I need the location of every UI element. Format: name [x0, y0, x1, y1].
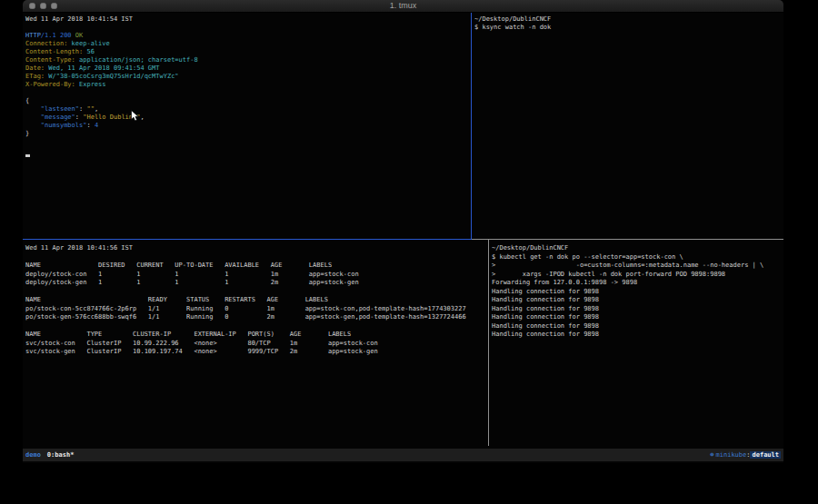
text-segment: Connection: — [25, 40, 67, 47]
pane-divider-horizontal[interactable] — [472, 239, 783, 240]
terminal-line: } — [25, 130, 473, 138]
terminal-line: X-Powered-By: Express — [25, 81, 473, 89]
text-segment: } — [25, 130, 29, 137]
terminal-line — [25, 253, 490, 262]
session-name[interactable]: demo — [25, 451, 41, 459]
terminal-line: Handling connection for 9898 — [492, 288, 783, 297]
text-segment: "numsymbols" — [41, 122, 87, 129]
terminal-line: ETag: W/"38-05coCsrg3mQ75sHr1d/qcMTwYZc" — [25, 73, 473, 81]
text-segment: "" — [86, 105, 94, 113]
text-segment: HTTP — [25, 32, 41, 39]
window-tab-bash[interactable]: 0:bash* — [47, 451, 75, 459]
terminal-line: Forwarding from 127.0.0.1:9898 -> 9898 — [492, 279, 783, 288]
zoom-button[interactable] — [51, 3, 57, 9]
terminal-line: Content-Length: 56 — [25, 48, 473, 56]
terminal-line: $ ksync watch -n dok — [474, 24, 783, 32]
tmux-status-bar: demo0:bash* ☸minikube:default — [23, 449, 783, 461]
minimize-button[interactable] — [40, 3, 46, 9]
text-segment: Express — [79, 81, 106, 88]
text-segment: Handling connection for 9898 — [492, 305, 599, 312]
terminal-line: > -o=custom-columns=:metadata.name --no-… — [492, 262, 783, 271]
terminal-line: $ kubectl get -n dok po --selector=app=s… — [492, 253, 783, 262]
terminal-line: NAME READY STATUS RESTARTS AGE LABELS — [25, 296, 490, 305]
kube-namespace: default — [750, 451, 781, 459]
text-segment: svc/stock-con ClusterIP 10.99.222.96 <no… — [25, 340, 378, 347]
terminal-line: deploy/stock-gen 1 1 1 1 2m app=stock-ge… — [25, 279, 490, 288]
pane-http-response[interactable]: Wed 11 Apr 2018 10:41:54 IST HTTP/1.1 20… — [23, 13, 473, 240]
text-segment: 56 — [86, 48, 94, 55]
text-segment: Handling connection for 9898 — [492, 331, 599, 338]
terminal-line — [25, 138, 473, 146]
text-segment: OK — [75, 32, 83, 39]
text-segment: po/stock-gen-576cc688bb-swqf6 1/1 Runnin… — [25, 313, 466, 321]
text-segment: Handling connection for 9898 — [492, 322, 599, 330]
terminal-line: NAME DESIRED CURRENT UP-TO-DATE AVAILABL… — [25, 262, 490, 271]
text-segment: Wed 11 Apr 2018 10:41:56 IST — [25, 244, 133, 252]
terminal-line: NAME TYPE CLUSTER-IP EXTERNAL-IP PORT(S)… — [25, 331, 490, 340]
text-segment — [25, 114, 41, 121]
text-segment: Forwarding from 127.0.0.1:9898 -> 9898 — [492, 279, 637, 286]
terminal-line: svc/stock-con ClusterIP 10.99.222.96 <no… — [25, 340, 490, 349]
terminal-line: "lastseen": "", — [25, 105, 473, 114]
text-segment: Date: — [25, 64, 45, 72]
text-segment: Content-Type: — [25, 56, 75, 64]
text-segment: $ kubectl get -n dok po --selector=app=s… — [492, 253, 683, 261]
text-segment: "lastseen" — [41, 105, 79, 113]
window-title: 1. tmux — [23, 0, 783, 12]
pane-divider-vertical-active[interactable] — [471, 13, 472, 239]
pane-ksync-watch[interactable]: ~/Desktop/DublinCNCF$ ksync watch -n dok — [472, 13, 783, 240]
text-segment: : — [75, 114, 83, 121]
text-segment: { — [25, 97, 29, 104]
text-segment: Handling connection for 9898 — [492, 296, 599, 303]
terminal-line — [25, 288, 490, 297]
pane-divider-horizontal-active[interactable] — [23, 239, 472, 240]
traffic-lights — [29, 3, 57, 9]
text-segment: deploy/stock-gen 1 1 1 1 2m app=stock-ge… — [25, 279, 359, 286]
text-segment: NAME TYPE CLUSTER-IP EXTERNAL-IP PORT(S)… — [25, 331, 351, 338]
kube-context: minikube — [716, 451, 747, 459]
text-segment: Wed 11 Apr 2018 10:41:54 IST — [25, 15, 133, 23]
terminal-line: HTTP/1.1 200 OK — [25, 32, 473, 40]
mouse-cursor — [131, 110, 139, 122]
pane-divider-vertical[interactable] — [488, 240, 489, 446]
terminal-line — [25, 154, 473, 163]
pane-kubectl-resources[interactable]: Wed 11 Apr 2018 10:41:56 IST NAME DESIRE… — [23, 240, 490, 450]
text-segment: Wed, 11 Apr 2018 09:41:54 GMT — [48, 64, 159, 72]
text-segment: svc/stock-gen ClusterIP 10.109.197.74 <n… — [25, 348, 378, 355]
text-segment: X-Powered-By: — [25, 81, 75, 88]
text-segment: W/"38-05coCsrg3mQ75sHr1d/qcMTwYZc" — [48, 73, 178, 80]
text-segment: application/json; charset=utf-8 — [79, 56, 198, 64]
text-segment: $ ksync watch -n dok — [474, 24, 551, 31]
pane-port-forward[interactable]: ~/Desktop/DublinCNCF$ kubectl get -n dok… — [489, 240, 783, 450]
text-segment — [25, 122, 41, 129]
terminal-line: svc/stock-gen ClusterIP 10.109.197.74 <n… — [25, 348, 490, 357]
desktop: { "window": { "title": "1. tmux" }, "col… — [0, 0, 818, 504]
terminal-cursor — [25, 154, 30, 157]
text-segment: > -o=custom-columns=:metadata.name --no-… — [492, 262, 763, 269]
terminal-line — [25, 24, 473, 32]
terminal-line: "message": "Hello Dublin!", — [25, 114, 473, 122]
text-segment: keep-alive — [72, 40, 110, 47]
terminal-line: Handling connection for 9898 — [492, 305, 783, 314]
terminal-line: po/stock-gen-576cc688bb-swqf6 1/1 Runnin… — [25, 313, 490, 322]
close-button[interactable] — [29, 3, 35, 9]
terminal-line: Content-Type: application/json; charset=… — [25, 56, 473, 64]
terminal-line: Handling connection for 9898 — [492, 322, 783, 331]
terminal-line: ~/Desktop/DublinCNCF — [474, 15, 783, 24]
text-segment: : — [86, 122, 94, 129]
text-segment — [25, 105, 41, 113]
terminal-line: Connection: keep-alive — [25, 40, 473, 48]
terminal-line: Date: Wed, 11 Apr 2018 09:41:54 GMT — [25, 64, 473, 73]
text-segment: Handling connection for 9898 — [492, 313, 599, 321]
terminal-line — [25, 89, 473, 97]
kubernetes-icon: ☸ — [710, 451, 713, 459]
text-segment: 4 — [95, 122, 98, 129]
terminal-line: Wed 11 Apr 2018 10:41:56 IST — [25, 244, 490, 253]
terminal-line: Handling connection for 9898 — [492, 331, 783, 340]
text-segment: ~/Desktop/DublinCNCF — [474, 15, 551, 23]
window-titlebar[interactable]: 1. tmux — [23, 0, 783, 13]
text-segment: po/stock-con-5cc874766c-2p6rp 1/1 Runnin… — [25, 305, 466, 312]
terminal-line: "numsymbols": 4 — [25, 122, 473, 130]
text-segment: , — [140, 114, 144, 121]
text-segment: "message" — [41, 114, 75, 121]
